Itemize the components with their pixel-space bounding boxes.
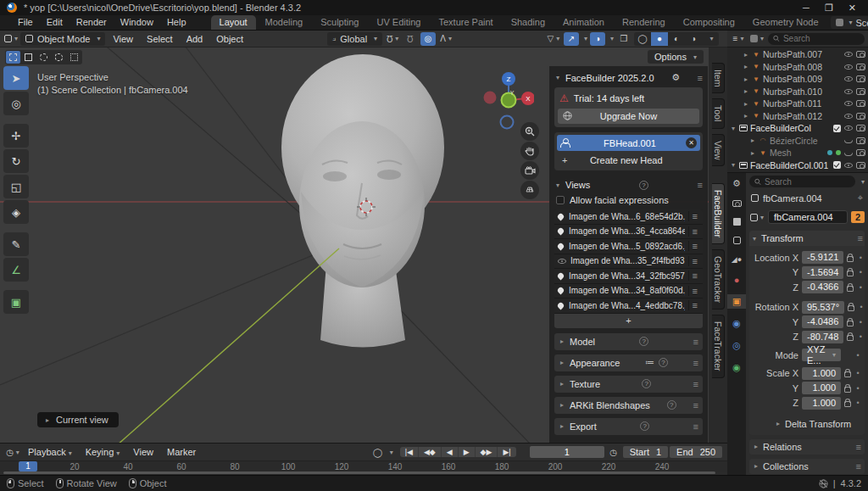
use-preview-range-toggle[interactable]: ◷ xyxy=(606,445,621,459)
scale-z-field[interactable]: 1.000 xyxy=(802,397,841,410)
expand-icon[interactable]: ▸ xyxy=(749,137,756,144)
axis-z-negative[interactable] xyxy=(501,116,514,129)
view-image-row[interactable]: Imagen de Wha...6_68e54d2b.jpg≡ xyxy=(554,209,703,225)
playback-menu[interactable]: Playback▾ xyxy=(22,446,78,458)
view-image-row[interactable]: Imagen de Wha...34_8af0f60d.jpg≡ xyxy=(554,284,703,299)
render-visibility-toggle[interactable] xyxy=(856,88,865,95)
expand-icon[interactable]: ▸ xyxy=(743,51,749,59)
shading-rendered-button[interactable]: ◑ xyxy=(685,32,702,46)
create-new-head-button[interactable]: + Create new Head xyxy=(557,153,700,168)
properties-tab-object[interactable]: ▣ xyxy=(727,294,746,309)
maximize-button[interactable]: ❐ xyxy=(825,3,833,14)
select-box-button[interactable] xyxy=(21,51,36,64)
pin-id-icon[interactable]: ⌖ xyxy=(858,192,863,204)
head-model[interactable] xyxy=(281,54,444,348)
transform-orientation-selector[interactable]: ⟓ Global ▾ xyxy=(327,32,382,46)
outliner-row[interactable]: ▸▼ NurbsPath.009 xyxy=(727,73,868,86)
jump-to-end-button[interactable]: ▶| xyxy=(498,447,515,457)
collapse-icon[interactable]: ▾ xyxy=(730,161,737,169)
current-view-panel[interactable]: ▸ Current view xyxy=(37,412,119,427)
tab-facebuilder[interactable]: FaceBuilder xyxy=(712,183,725,244)
proportional-falloff-button[interactable]: Λ▾ xyxy=(438,32,453,46)
outliner-display-mode-button[interactable]: ≡▾ xyxy=(731,32,746,46)
tool-move[interactable]: ✢ xyxy=(3,124,29,148)
collection-checkbox[interactable] xyxy=(833,161,841,169)
scale-y-field[interactable]: 1.000 xyxy=(802,382,841,394)
lock-icon[interactable] xyxy=(844,371,851,377)
render-visibility-toggle[interactable] xyxy=(856,125,865,131)
menu-window[interactable]: Window xyxy=(114,16,159,28)
keying-set-dropdown[interactable]: ▾ xyxy=(390,449,393,456)
auto-keying-toggle[interactable]: ◯ xyxy=(370,445,386,459)
workspace-tab-layout[interactable]: Layout xyxy=(211,15,256,30)
shading-solid-button[interactable]: ● xyxy=(651,32,668,46)
panel-menu-icon[interactable]: ≡ xyxy=(698,180,703,190)
delete-head-icon[interactable]: ✕ xyxy=(686,137,697,148)
animate-dot[interactable]: • xyxy=(857,318,864,326)
animate-dot[interactable]: • xyxy=(854,351,861,360)
tab-facetracker[interactable]: FaceTracker xyxy=(712,315,725,378)
workspace-tab-uv-editing[interactable]: UV Editing xyxy=(368,15,429,30)
collapse-icon[interactable]: ▾ xyxy=(730,125,737,132)
location-z-field[interactable]: -0.4366 xyxy=(802,281,843,293)
render-visibility-toggle[interactable] xyxy=(856,113,865,120)
close-button[interactable]: ✕ xyxy=(849,3,856,14)
shading-wireframe-button[interactable]: ◯ xyxy=(634,32,651,46)
current-frame-field[interactable]: 1 xyxy=(530,446,604,458)
lock-icon[interactable] xyxy=(844,401,851,407)
view-image-row[interactable]: Imagen de Wha...36_4cca864e.jpg≡ xyxy=(554,225,703,240)
tab-tool[interactable]: Tool xyxy=(712,98,725,128)
view-image-row-active[interactable]: Imagen de Wha...35_2f4fbd93.jpg≡ xyxy=(554,254,703,270)
transform-panel-header[interactable]: ▾ Transform ≡ xyxy=(749,231,865,246)
menu-view[interactable]: View xyxy=(107,33,139,45)
collections-section[interactable]: ▸Collections≡ xyxy=(749,459,865,474)
playhead[interactable]: 1 xyxy=(19,461,37,471)
row-menu-icon[interactable]: ≡ xyxy=(688,300,701,310)
expand-icon[interactable]: ▸ xyxy=(743,63,749,70)
properties-tab-physics[interactable]: ◎ xyxy=(727,338,746,353)
upgrade-now-button[interactable]: Upgrade Now xyxy=(558,109,699,124)
help-icon[interactable] xyxy=(640,421,649,431)
menu-render[interactable]: Render xyxy=(70,16,113,28)
help-icon[interactable] xyxy=(642,379,651,388)
animate-dot[interactable]: • xyxy=(857,254,864,262)
outliner-row[interactable]: ▸▼ NurbsPath.011 xyxy=(727,98,868,110)
outliner-row[interactable]: ▸▼ NurbsPath.012 xyxy=(727,110,868,123)
hide-eye-toggle[interactable] xyxy=(844,89,853,94)
select-circle-button[interactable] xyxy=(36,51,51,64)
camera-view-button[interactable] xyxy=(520,161,539,180)
outliner-row[interactable]: ▸▼ NurbsPath.008 xyxy=(727,61,868,74)
hide-eye-toggle[interactable] xyxy=(844,52,853,57)
properties-filter-dropdown[interactable]: ▾ xyxy=(861,178,865,186)
presets-list-icon[interactable]: ≔ xyxy=(645,357,654,368)
properties-tab-constraints[interactable]: ◉ xyxy=(727,316,746,331)
hide-eye-toggle[interactable] xyxy=(844,114,853,119)
previous-keyframe-button[interactable]: ◀◆ xyxy=(419,447,442,457)
menu-help[interactable]: Help xyxy=(161,16,192,28)
texture-section[interactable]: ▸Texture≡ xyxy=(554,376,703,393)
outliner-row-collection[interactable]: ▾ FaceBuilderCol xyxy=(727,122,868,135)
menu-object[interactable]: Object xyxy=(210,33,249,45)
allow-expressions-checkbox[interactable] xyxy=(556,196,565,204)
menu-file[interactable]: File xyxy=(12,16,39,28)
add-view-button[interactable]: + xyxy=(554,314,703,328)
minimize-button[interactable]: ─ xyxy=(803,3,810,14)
help-icon[interactable] xyxy=(639,337,648,346)
animate-dot[interactable]: • xyxy=(857,268,864,276)
head-list-item-selected[interactable]: FBHead.001 ✕ xyxy=(557,135,700,151)
scene-selector[interactable]: ▾ Scene ⌖ xyxy=(831,16,868,29)
properties-search-input[interactable] xyxy=(765,177,850,187)
snap-magnet-toggle[interactable]: Ω xyxy=(403,32,418,46)
frame-start-field[interactable]: Start 1 xyxy=(623,446,668,458)
row-menu-icon[interactable]: ≡ xyxy=(688,286,701,296)
zoom-button[interactable] xyxy=(520,122,539,141)
render-visibility-toggle[interactable] xyxy=(856,75,865,82)
panel-menu-icon[interactable]: ≡ xyxy=(693,400,698,410)
menu-select[interactable]: Select xyxy=(141,33,179,45)
view-image-row[interactable]: Imagen de Wha...34_32fbc957.jpg≡ xyxy=(554,269,703,284)
hide-eye-toggle[interactable] xyxy=(844,126,853,131)
snap-target-button[interactable]: Ω▾ xyxy=(385,32,400,46)
outliner-row[interactable]: ▸◠ BézierCircle xyxy=(727,135,868,148)
row-menu-icon[interactable]: ≡ xyxy=(688,241,701,251)
properties-tab-object-data[interactable]: ◉ xyxy=(727,360,746,375)
